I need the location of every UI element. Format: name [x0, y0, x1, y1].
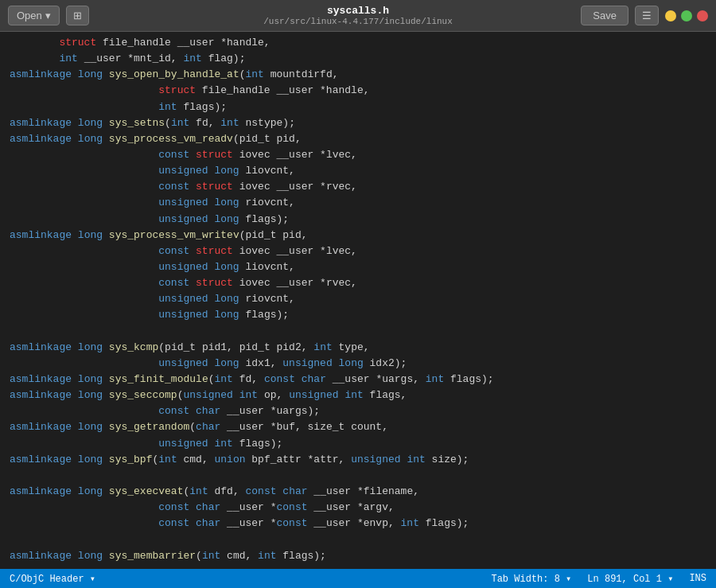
maximize-button[interactable]: [681, 10, 692, 21]
open-chevron-icon: ▾: [45, 10, 51, 21]
menu-button[interactable]: ☰: [635, 6, 659, 25]
minimize-button[interactable]: [665, 10, 676, 21]
window-controls: [665, 10, 708, 21]
open-label: Open: [17, 10, 42, 21]
titlebar-left: Open ▾ ⊞: [8, 6, 89, 25]
language-label: C/ObjC Header: [10, 574, 84, 585]
cursor-position-chevron-icon: ▾: [667, 574, 673, 585]
tab-width-selector[interactable]: Tab Width: 8 ▾: [491, 573, 571, 585]
file-path: /usr/src/linux-4.4.177/include/linux: [263, 17, 453, 26]
statusbar: C/ObjC Header ▾ Tab Width: 8 ▾ Ln 891, C…: [0, 569, 716, 588]
titlebar-center: syscalls.h /usr/src/linux-4.4.177/includ…: [263, 5, 453, 26]
code-editor[interactable]: struct file_handle __user *handle, int _…: [0, 32, 716, 569]
language-chevron-icon: ▾: [90, 574, 95, 585]
statusbar-right: Tab Width: 8 ▾ Ln 891, Col 1 ▾ INS: [491, 573, 706, 585]
cursor-position[interactable]: Ln 891, Col 1 ▾: [587, 573, 673, 585]
code-content: struct file_handle __user *handle, int _…: [0, 35, 716, 569]
document-icon-button[interactable]: ⊞: [66, 6, 89, 25]
tab-width-label: Tab Width: 8: [491, 574, 559, 585]
close-button[interactable]: [697, 10, 708, 21]
tab-width-chevron-icon: ▾: [566, 574, 571, 585]
file-name: syscalls.h: [263, 5, 453, 17]
open-button[interactable]: Open ▾: [8, 6, 60, 25]
save-button[interactable]: Save: [581, 6, 628, 25]
language-selector[interactable]: C/ObjC Header ▾: [10, 573, 95, 585]
titlebar: Open ▾ ⊞ syscalls.h /usr/src/linux-4.4.1…: [0, 0, 716, 32]
ins-label: INS: [689, 573, 706, 584]
titlebar-right: Save ☰: [581, 6, 708, 25]
cursor-position-label: Ln 891, Col 1: [587, 574, 662, 585]
insert-mode-indicator[interactable]: INS: [689, 573, 706, 585]
